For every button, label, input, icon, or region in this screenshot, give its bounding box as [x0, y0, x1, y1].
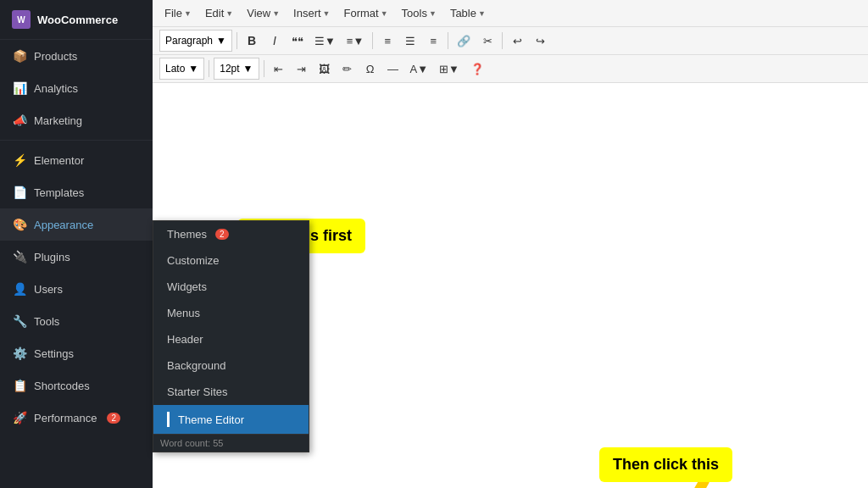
sidebar-label-marketing: Marketing	[34, 114, 82, 127]
eraser-button[interactable]: ✏	[337, 58, 358, 80]
separator2	[372, 32, 373, 49]
undo-button[interactable]: ↩	[507, 30, 527, 52]
help-button[interactable]: ❓	[466, 58, 488, 80]
indent-button[interactable]: ⇥	[292, 58, 312, 80]
edit-arrow: ▼	[225, 9, 233, 18]
customize-label: Customize	[167, 254, 219, 267]
tools-menu[interactable]: Tools ▼	[397, 3, 442, 23]
sidebar-item-marketing[interactable]: 📣 Marketing	[0, 104, 153, 136]
separator6	[264, 60, 264, 77]
starter-sites-label: Starter Sites	[167, 385, 228, 398]
sidebar-item-appearance[interactable]: 🎨 Appearance	[0, 208, 153, 241]
sidebar-label-products: Products	[34, 50, 77, 63]
divider	[0, 140, 153, 141]
sidebar: W WooCommerce 📦 Products 📊 Analytics 📣 M…	[0, 0, 153, 488]
submenu-widgets[interactable]: Widgets	[153, 274, 309, 300]
sidebar-item-users[interactable]: 👤 Users	[0, 273, 153, 305]
sidebar-item-shortcodes[interactable]: 📋 Shortcodes	[0, 369, 153, 402]
special-char-button[interactable]: Ω	[360, 58, 381, 80]
insert-menu[interactable]: Insert ▼	[288, 3, 335, 23]
insert-label: Insert	[293, 7, 321, 19]
submenu-themes[interactable]: Themes 2	[153, 221, 309, 247]
callout-second: Then click this	[599, 447, 732, 482]
hr-button[interactable]: —	[383, 58, 403, 80]
numbered-list-button[interactable]: ≡▼	[342, 30, 368, 52]
file-label: File	[164, 7, 182, 19]
tools-arrow: ▼	[429, 9, 437, 18]
sidebar-item-performance[interactable]: 🚀 Performance 2	[0, 402, 153, 434]
font-select[interactable]: Lato ▼	[159, 58, 204, 80]
elementor-icon: ⚡	[12, 152, 27, 168]
formatting-toolbar-1: Paragraph ▼ B I ❝❝ ☰▼ ≡▼ ≡ ☰ ≡ 🔗 ✂ ↩ ↪	[153, 27, 868, 55]
link-button[interactable]: 🔗	[453, 30, 475, 52]
woo-icon: W	[12, 10, 31, 29]
paragraph-arrow: ▼	[216, 35, 226, 47]
themes-badge: 2	[215, 229, 229, 240]
view-menu[interactable]: View ▼	[242, 3, 285, 23]
separator	[236, 32, 237, 49]
submenu-header[interactable]: Header	[153, 326, 309, 352]
appearance-submenu: Themes 2 Customize Widgets Menus Header …	[153, 220, 309, 452]
submenu-customize[interactable]: Customize	[153, 247, 309, 274]
insert-arrow: ▼	[323, 9, 331, 18]
tools-icon: 🔧	[12, 313, 27, 329]
edit-menu[interactable]: Edit ▼	[200, 3, 238, 23]
bold-button[interactable]: B	[242, 30, 262, 52]
font-size-select[interactable]: 12pt ▼	[214, 58, 259, 80]
shortcodes-icon: 📋	[12, 378, 27, 393]
align-center-button[interactable]: ☰	[400, 30, 420, 52]
submenu-menus[interactable]: Menus	[153, 300, 309, 326]
word-count-bar: Word count: 55	[153, 434, 309, 452]
align-right-button[interactable]: ≡	[423, 30, 443, 52]
italic-button[interactable]: I	[264, 30, 285, 52]
paragraph-select[interactable]: Paragraph ▼	[159, 30, 232, 52]
view-arrow: ▼	[272, 9, 280, 18]
image-button[interactable]: 🖼	[314, 58, 335, 80]
sidebar-label-performance: Performance	[34, 412, 97, 424]
format-label: Format	[344, 7, 379, 19]
separator4	[502, 32, 503, 49]
sidebar-item-tools[interactable]: 🔧 Tools	[0, 305, 153, 337]
format-menu[interactable]: Format ▼	[339, 3, 393, 23]
sidebar-item-analytics[interactable]: 📊 Analytics	[0, 72, 153, 104]
outdent-button[interactable]: ⇤	[269, 58, 289, 80]
menus-label: Menus	[167, 307, 200, 319]
table-menu[interactable]: Table ▼	[445, 3, 491, 23]
edit-label: Edit	[205, 7, 224, 19]
sidebar-label-appearance: Appearance	[34, 219, 93, 231]
sidebar-item-settings[interactable]: ⚙️ Settings	[0, 337, 153, 369]
view-label: View	[247, 7, 270, 19]
font-arrow: ▼	[188, 63, 198, 75]
font-color-button[interactable]: A▼	[406, 58, 433, 80]
active-indicator	[167, 412, 170, 427]
table-label: Table	[450, 7, 476, 19]
sidebar-item-woocommerce[interactable]: W WooCommerce	[0, 0, 153, 40]
paragraph-label: Paragraph	[165, 35, 213, 47]
separator3	[448, 32, 448, 49]
file-menu[interactable]: File ▼	[159, 3, 197, 23]
table-insert-button[interactable]: ⊞▼	[435, 58, 464, 80]
sidebar-item-products[interactable]: 📦 Products	[0, 40, 153, 72]
redo-button[interactable]: ↪	[530, 30, 550, 52]
users-icon: 👤	[12, 281, 27, 297]
table-arrow: ▼	[478, 9, 486, 18]
sidebar-label-templates: Templates	[34, 186, 84, 199]
sidebar-item-elementor[interactable]: ⚡ Elementor	[0, 144, 153, 176]
sidebar-item-plugins[interactable]: 🔌 Plugins	[0, 241, 153, 273]
align-left-button[interactable]: ≡	[377, 30, 398, 52]
sidebar-item-templates[interactable]: 📄 Templates	[0, 176, 153, 208]
formatting-toolbar-2: Lato ▼ 12pt ▼ ⇤ ⇥ 🖼 ✏ Ω — A▼ ⊞▼ ❓	[153, 55, 868, 83]
appearance-icon: 🎨	[12, 217, 27, 232]
format-arrow: ▼	[381, 9, 388, 18]
products-icon: 📦	[12, 48, 27, 64]
submenu-theme-editor[interactable]: Theme Editor	[153, 405, 309, 434]
tools-label: Tools	[402, 7, 427, 19]
submenu-background[interactable]: Background	[153, 352, 309, 379]
sidebar-label-plugins: Plugins	[34, 251, 70, 263]
unlink-button[interactable]: ✂	[477, 30, 498, 52]
bullet-list-button[interactable]: ☰▼	[310, 30, 340, 52]
blockquote-button[interactable]: ❝❝	[287, 30, 308, 52]
performance-badge: 2	[107, 413, 120, 424]
templates-icon: 📄	[12, 185, 27, 200]
submenu-starter-sites[interactable]: Starter Sites	[153, 379, 309, 405]
